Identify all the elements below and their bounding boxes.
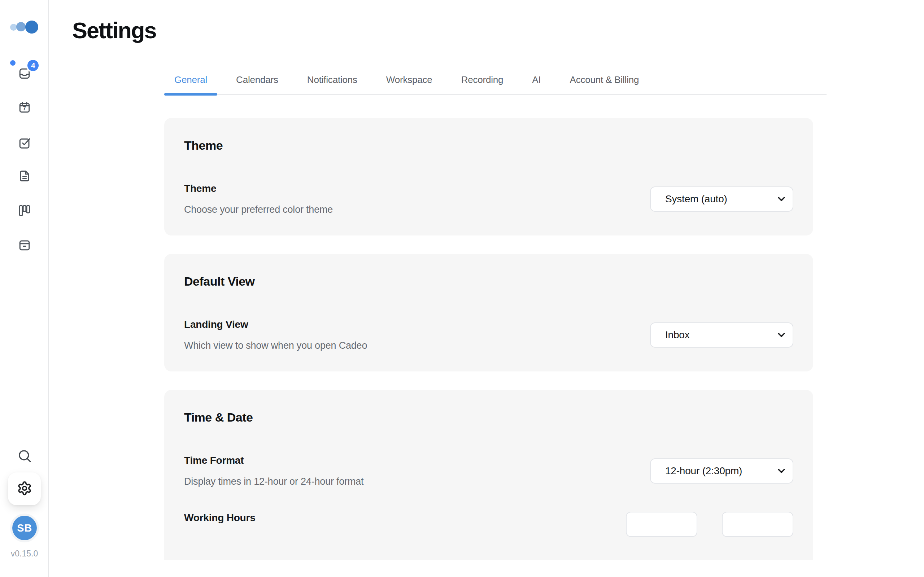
sidebar-item-search[interactable] bbox=[0, 449, 49, 463]
chevron-down-icon bbox=[776, 330, 787, 343]
sidebar-item-tasks[interactable] bbox=[0, 136, 49, 149]
tab-bar: General Calendars Notifications Workspac… bbox=[164, 74, 827, 95]
section-heading-time-date: Time & Date bbox=[184, 410, 793, 425]
tab-recording[interactable]: Recording bbox=[451, 74, 514, 94]
sidebar-item-notes[interactable] bbox=[0, 169, 49, 182]
avatar-initials: SB bbox=[17, 522, 32, 534]
time-format-select[interactable]: 12-hour (2:30pm) bbox=[650, 458, 793, 484]
logo-circle-medium bbox=[16, 22, 26, 31]
theme-section-card: Theme Theme Choose your preferred color … bbox=[164, 118, 813, 235]
unread-dot bbox=[10, 60, 16, 66]
section-heading-theme: Theme bbox=[184, 138, 793, 153]
sidebar-item-kanban[interactable] bbox=[0, 204, 49, 217]
working-hours-end-select[interactable] bbox=[722, 512, 793, 537]
logo-circle-large bbox=[25, 21, 38, 34]
default-view-section-card: Default View Landing View Which view to … bbox=[164, 254, 813, 371]
time-format-select-value: 12-hour (2:30pm) bbox=[665, 465, 742, 477]
tab-notifications[interactable]: Notifications bbox=[297, 74, 367, 94]
theme-select[interactable]: System (auto) bbox=[650, 187, 793, 212]
calendar-icon: 7 bbox=[18, 101, 31, 114]
gear-icon bbox=[17, 481, 32, 497]
section-heading-default-view: Default View bbox=[184, 274, 793, 289]
chevron-down-icon bbox=[776, 193, 787, 207]
working-hours-start-select[interactable] bbox=[626, 512, 697, 537]
theme-label: Theme bbox=[184, 182, 333, 195]
kanban-board-icon bbox=[18, 204, 31, 217]
inbox-count-badge: 4 bbox=[26, 58, 40, 73]
archive-box-icon bbox=[18, 239, 31, 252]
theme-setting-row: Theme Choose your preferred color theme … bbox=[184, 182, 793, 215]
sidebar: 4 7 bbox=[0, 0, 49, 577]
landing-view-description: Which view to show when you open Cadeo bbox=[184, 340, 367, 351]
page-title: Settings bbox=[72, 17, 924, 43]
theme-select-value: System (auto) bbox=[665, 193, 727, 205]
tab-ai[interactable]: AI bbox=[522, 74, 551, 94]
time-format-setting-row: Time Format Display times in 12-hour or … bbox=[184, 455, 793, 487]
app-logo[interactable] bbox=[0, 20, 49, 36]
notes-file-icon bbox=[18, 169, 31, 182]
app-version: v0.15.0 bbox=[0, 549, 49, 559]
tasks-check-icon bbox=[18, 136, 31, 149]
search-icon bbox=[17, 449, 32, 463]
landing-view-select-value: Inbox bbox=[665, 329, 690, 341]
sidebar-item-inbox[interactable]: 4 bbox=[0, 67, 49, 80]
settings-page: Settings General Calendars Notifications… bbox=[50, 0, 924, 560]
tab-account-billing[interactable]: Account & Billing bbox=[560, 74, 649, 94]
sidebar-item-archive[interactable] bbox=[0, 239, 49, 252]
working-hours-label: Working Hours bbox=[184, 512, 255, 524]
user-avatar[interactable]: SB bbox=[12, 516, 37, 540]
calendar-day-number: 7 bbox=[23, 105, 26, 111]
landing-view-setting-row: Landing View Which view to show when you… bbox=[184, 318, 793, 351]
time-format-description: Display times in 12-hour or 24-hour form… bbox=[184, 475, 363, 487]
time-format-label: Time Format bbox=[184, 455, 363, 467]
landing-view-label: Landing View bbox=[184, 318, 367, 331]
working-hours-setting-row: Working Hours bbox=[184, 512, 793, 537]
sidebar-item-settings[interactable] bbox=[8, 472, 41, 505]
sidebar-item-calendar[interactable]: 7 bbox=[0, 101, 49, 114]
landing-view-select[interactable]: Inbox bbox=[650, 322, 793, 348]
tab-general[interactable]: General bbox=[164, 74, 217, 94]
time-date-section-card: Time & Date Time Format Display times in… bbox=[164, 390, 813, 560]
tab-workspace[interactable]: Workspace bbox=[376, 74, 443, 94]
chevron-down-icon bbox=[776, 466, 787, 479]
tab-calendars[interactable]: Calendars bbox=[226, 74, 288, 94]
theme-description: Choose your preferred color theme bbox=[184, 204, 333, 215]
